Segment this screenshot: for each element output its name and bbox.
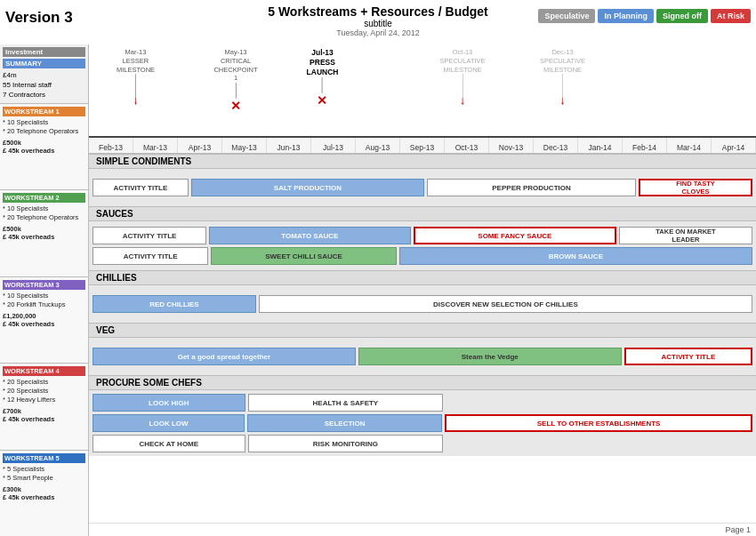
badge-signed: Signed off <box>656 9 708 23</box>
milestone-may13-x: ✕ <box>230 99 241 113</box>
section-chillies: CHILLIES RED CHILLIES DISCOVER NEW SELEC… <box>89 270 756 323</box>
version-label: Version 3 <box>5 9 73 27</box>
workstream-sidebar: WORKSTREAM 1 * 10 Specialists * 20 Telep… <box>0 103 88 536</box>
ws1-cost: £500k£ 45k overheads <box>3 139 85 155</box>
bar-s-activity-title-1: ACTIVITY TITLE <box>92 227 206 244</box>
ws2-cost: £500k£ 45k overheads <box>3 225 85 241</box>
investment-summary-label: SUMMARY <box>3 59 85 68</box>
ws1-lines: * 10 Specialists * 20 Telephone Operator… <box>3 118 85 136</box>
sidebar-ws3: WORKSTREAM 3 * 10 Specialists * 20 Forkl… <box>0 276 88 363</box>
sauces-row-1: ACTIVITY TITLE TOMATO SAUCE SOME FANCY S… <box>92 227 752 244</box>
month-jul13: Jul-13 <box>311 138 356 153</box>
month-axis: Feb-13 Mar-13 Apr-13 May-13 Jun-13 Jul-1… <box>89 138 756 154</box>
activities-sauces: ACTIVITY TITLE TOMATO SAUCE SOME FANCY S… <box>89 221 756 270</box>
chefs-row-1: LOOK HIGH HEALTH & SAFETY <box>92 394 752 412</box>
milestone-may13-label: May-13CRITICALCHECKPOINT1 <box>213 48 257 83</box>
bar-v-steam: Steam the Vedge <box>358 348 622 365</box>
section-header-chillies: CHILLIES <box>89 270 756 285</box>
investment-line-3: 7 Contractors <box>3 90 85 100</box>
bar-sc-pepper-production: PEPPER PRODUCTION <box>427 179 636 196</box>
month-feb13: Feb-13 <box>89 138 133 153</box>
milestone-jul13-x: ✕ <box>317 93 327 108</box>
ws3-lines: * 10 Specialists * 20 Forklift Truckups <box>3 292 85 309</box>
month-feb14: Feb-14 <box>623 138 667 153</box>
bar-ch-empty-2 <box>446 435 752 452</box>
section-body-chillies: RED CHILLIES DISCOVER NEW SELECTION OF C… <box>89 285 756 323</box>
month-mar13: Mar-13 <box>133 138 178 153</box>
month-mar14: Mar-14 <box>667 138 712 153</box>
milestone-mar13: Mar-13LESSERMILESTONE ↓ <box>117 48 155 105</box>
month-oct13: Oct-13 <box>445 138 489 153</box>
bar-ch-empty-1 <box>446 394 752 412</box>
section-veg: VEG Get a good spread together Steam the… <box>89 323 756 375</box>
milestone-oct13: Oct-13SPECULATIVEMILESTONE ↓ <box>439 48 485 105</box>
ws3-header: WORKSTREAM 3 <box>3 280 85 290</box>
veg-row-1: Get a good spread together Steam the Ved… <box>92 348 752 365</box>
header: Version 3 5 Workstreams + Resources / Bu… <box>0 0 756 44</box>
chillies-row-1: RED CHILLIES DISCOVER NEW SELECTION OF C… <box>92 295 752 313</box>
bar-c-red-chillies: RED CHILLIES <box>92 295 256 313</box>
bar-ch-look-high: LOOK HIGH <box>92 394 245 412</box>
bar-ch-selection: SELECTION <box>247 414 442 432</box>
bar-ch-risk-monitoring: RISK MONITORING <box>248 435 444 452</box>
milestone-jul13: Jul-13PRESSLAUNCH ✕ <box>307 48 339 93</box>
month-jun13: Jun-13 <box>267 138 311 153</box>
investment-text: £4m 55 Internal staff 7 Contractors <box>3 70 85 100</box>
month-apr14: Apr-14 <box>712 138 756 153</box>
investment-section: Investment SUMMARY £4m 55 Internal staff… <box>0 44 88 103</box>
section-simple-condiments: SIMPLE CONDIMENTS ACTIVITY TITLE SALT PR… <box>89 154 756 206</box>
month-jan14: Jan-14 <box>578 138 623 153</box>
ws2-lines: * 10 Specialists * 20 Telephone Operator… <box>3 204 85 222</box>
milestone-may13-line <box>235 83 236 99</box>
sidebar-ws4: WORKSTREAM 4 * 20 Specialists * 20 Speci… <box>0 363 88 449</box>
bar-sc-activity-title: ACTIVITY TITLE <box>92 179 189 196</box>
sidebar-ws2: WORKSTREAM 2 * 10 Specialists * 20 Telep… <box>0 189 88 276</box>
milestone-oct13-arrow: ↓ <box>460 93 466 107</box>
badge-atrisk: At Risk <box>711 9 751 23</box>
section-procure-chefs: PROCURE SOME CHEFS LOOK HIGH HEALTH & SA… <box>89 375 756 456</box>
milestone-jul13-label: Jul-13PRESSLAUNCH <box>307 48 339 77</box>
ws4-lines: * 20 Specialists * 20 Specialists * 12 H… <box>3 378 85 404</box>
sidebar-ws5: WORKSTREAM 5 * 5 Specialists * 5 Smart P… <box>0 450 88 536</box>
bar-v-spread: Get a good spread together <box>92 348 356 365</box>
ws5-cost: £300k£ 45k overheads <box>3 485 85 501</box>
milestone-oct13-label: Oct-13SPECULATIVEMILESTONE <box>439 48 485 74</box>
activities-chefs: LOOK HIGH HEALTH & SAFETY LOOK LOW SELEC… <box>89 390 756 456</box>
ws2-header: WORKSTREAM 2 <box>3 193 85 203</box>
section-body-simple-condiments: ACTIVITY TITLE SALT PRODUCTION PEPPER PR… <box>89 169 756 206</box>
bar-s-sweet-chilli: SWEET CHILLI SAUCE <box>211 247 396 265</box>
timeline-milestones: Mar-13LESSERMILESTONE ↓ May-13CRITICALCH… <box>89 44 756 138</box>
activity-row-1: ACTIVITY TITLE SALT PRODUCTION PEPPER PR… <box>92 179 752 196</box>
investment-line-1: £4m <box>3 70 85 80</box>
month-sep13: Sep-13 <box>400 138 445 153</box>
milestone-jul13-line <box>322 77 323 93</box>
month-nov13: Nov-13 <box>489 138 534 153</box>
body-row: Investment SUMMARY £4m 55 Internal staff… <box>0 44 756 536</box>
bar-v-activity-title: ACTIVITY TITLE <box>624 348 752 365</box>
month-apr13: Apr-13 <box>178 138 222 153</box>
milestone-dec13-arrow: ↓ <box>559 93 566 107</box>
month-dec13: Dec-13 <box>534 138 578 153</box>
sidebar: Investment SUMMARY £4m 55 Internal staff… <box>0 44 89 536</box>
chefs-row-3: CHECK AT HOME RISK MONITORING <box>92 435 752 452</box>
bar-ch-sell: SELL TO OTHER ESTABLISHMENTS <box>445 414 752 432</box>
month-aug13: Aug-13 <box>356 138 400 153</box>
sidebar-ws1: WORKSTREAM 1 * 10 Specialists * 20 Telep… <box>0 103 88 189</box>
bar-sc-find-tasty-cloves: FIND TASTYCLOVES <box>639 179 752 196</box>
status-badges: Speculative In Planning Signed off At Ri… <box>538 9 751 23</box>
milestone-may13: May-13CRITICALCHECKPOINT1 ✕ <box>213 48 257 99</box>
right-content: Mar-13LESSERMILESTONE ↓ May-13CRITICALCH… <box>89 44 756 536</box>
section-header-veg: VEG <box>89 323 756 338</box>
section-header-simple-condiments: SIMPLE CONDIMENTS <box>89 154 756 169</box>
sauces-row-2: ACTIVITY TITLE SWEET CHILLI SAUCE BROWN … <box>92 247 752 265</box>
ws1-header: WORKSTREAM 1 <box>3 107 85 116</box>
month-may13: May-13 <box>222 138 267 153</box>
section-header-sauces: SAUCES <box>89 206 756 221</box>
badge-planning: In Planning <box>598 9 654 23</box>
bar-s-brown-sauce: BROWN SAUCE <box>399 247 752 265</box>
ws4-header: WORKSTREAM 4 <box>3 366 85 376</box>
page-date: Tuesday, April 24, 2012 <box>0 28 756 37</box>
bar-c-discover: DISCOVER NEW SELECTION OF CHILLIES <box>259 295 752 313</box>
milestone-dec13-label: Dec-13SPECULATIVEMILESTONE <box>540 48 585 74</box>
investment-line-2: 55 Internal staff <box>3 80 85 90</box>
